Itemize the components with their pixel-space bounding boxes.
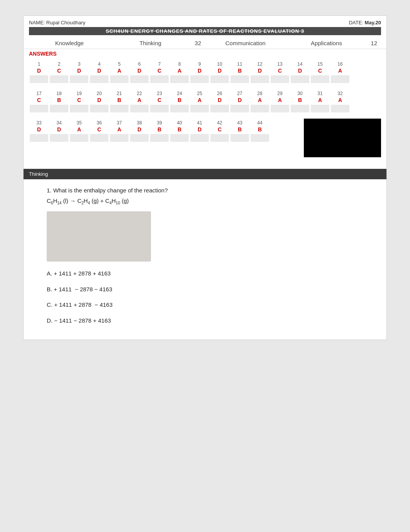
category-thinking: Thinking bbox=[110, 40, 191, 46]
cell-40: 40 B bbox=[169, 119, 190, 145]
name-date-row: NAME: Rupal Choudhary DATE: May.20 bbox=[29, 20, 381, 25]
cell-7: 7 C bbox=[149, 60, 169, 86]
cell-24: 24 B bbox=[169, 89, 190, 116]
cell-8: 8 A bbox=[169, 60, 190, 86]
name-field: NAME: Rupal Choudhary bbox=[29, 20, 85, 25]
answers-label: ANSWERS bbox=[24, 49, 386, 60]
cell-41: 41 D bbox=[190, 119, 210, 145]
answer-row-3: 33 D 34 D 35 A 36 C bbox=[29, 119, 381, 157]
cell-11: 11 B bbox=[230, 60, 250, 86]
main-container: NAME: Rupal Choudhary DATE: May.20 SCH4U… bbox=[23, 15, 387, 340]
cell-39: 39 B bbox=[149, 119, 169, 145]
cell-23: 23 C bbox=[149, 89, 169, 116]
cell-42: 42 C bbox=[210, 119, 230, 145]
answer-row-1: 1 D 2 C 3 D 4 D 5 A bbox=[29, 60, 381, 86]
cell-13: 13 C bbox=[270, 60, 290, 86]
cell-31: 31 A bbox=[310, 89, 330, 116]
cell-25: 25 A bbox=[190, 89, 210, 116]
cell-2: 2 C bbox=[49, 60, 69, 86]
choice-d: D. − 1411 − 2878 + 4163 bbox=[47, 316, 363, 325]
cell-35: 35 A bbox=[69, 119, 89, 145]
cell-12: 12 D bbox=[250, 60, 270, 86]
cell-19: 19 C bbox=[69, 89, 89, 116]
data-table-blurred bbox=[47, 211, 151, 262]
cell-3: 3 D bbox=[69, 60, 89, 86]
cell-30: 30 B bbox=[290, 89, 310, 116]
cell-33: 33 D bbox=[29, 119, 49, 145]
cell-17: 17 C bbox=[29, 89, 49, 116]
choice-b: B. + 1411 − 2878 − 4163 bbox=[47, 285, 363, 294]
cell-36: 36 C bbox=[89, 119, 109, 145]
section-bar: Thinking bbox=[24, 169, 386, 179]
cell-15: 15 C bbox=[310, 60, 330, 86]
cell-29: 29 A bbox=[270, 89, 290, 116]
cell-34: 34 D bbox=[49, 119, 69, 145]
black-redacted-block bbox=[304, 119, 381, 157]
choice-c: C. + 1411 + 2878 − 4163 bbox=[47, 301, 363, 309]
cell-10: 10 D bbox=[210, 60, 230, 86]
answer-row-2: 17 C 18 B 19 C 20 D 21 B bbox=[29, 89, 381, 116]
cell-32: 32 A bbox=[330, 89, 350, 116]
applications-score: 12 bbox=[371, 40, 377, 46]
page-title: SCH4UN ENERGY CHANGES AND RATES OF REACT… bbox=[29, 27, 381, 35]
cell-22: 22 A bbox=[129, 89, 149, 116]
cell-9: 9 D bbox=[190, 60, 210, 86]
cell-27: 27 D bbox=[230, 89, 250, 116]
answer-grid: 1 D 2 C 3 D 4 D 5 A bbox=[24, 60, 386, 161]
category-knowledge: Knowledge bbox=[29, 40, 110, 46]
categories-row: Knowledge Thinking 32 Communication Appl… bbox=[24, 37, 386, 49]
question-1-text: 1. What is the enthalpy change of the re… bbox=[47, 187, 363, 194]
cell-4: 4 D bbox=[89, 60, 109, 86]
header-section: NAME: Rupal Choudhary DATE: May.20 SCH4U… bbox=[24, 16, 386, 37]
cell-21: 21 B bbox=[109, 89, 129, 116]
thinking-score: 32 bbox=[195, 40, 201, 46]
date-field: DATE: May.20 bbox=[349, 20, 381, 25]
question-1-equation: C6H14 (l) → C2H4 (g) + C4H10 (g) bbox=[47, 197, 363, 205]
cell-1: 1 D bbox=[29, 60, 49, 86]
category-communication: Communication bbox=[205, 40, 286, 46]
cell-44: 44 B bbox=[250, 119, 270, 145]
category-applications: Applications bbox=[286, 40, 367, 46]
cell-28: 28 A bbox=[250, 89, 270, 116]
cell-5: 5 A bbox=[109, 60, 129, 86]
cell-26: 26 D bbox=[210, 89, 230, 116]
cell-43: 43 B bbox=[230, 119, 250, 145]
cell-20: 20 D bbox=[89, 89, 109, 116]
cell-6: 6 D bbox=[129, 60, 149, 86]
cell-38: 38 D bbox=[129, 119, 149, 145]
question-section: 1. What is the enthalpy change of the re… bbox=[24, 179, 386, 340]
cell-18: 18 B bbox=[49, 89, 69, 116]
cell-37: 37 A bbox=[109, 119, 129, 145]
cell-16: 16 A bbox=[330, 60, 350, 86]
cell-14: 14 D bbox=[290, 60, 310, 86]
choice-a: A. + 1411 + 2878 + 4163 bbox=[47, 269, 363, 278]
